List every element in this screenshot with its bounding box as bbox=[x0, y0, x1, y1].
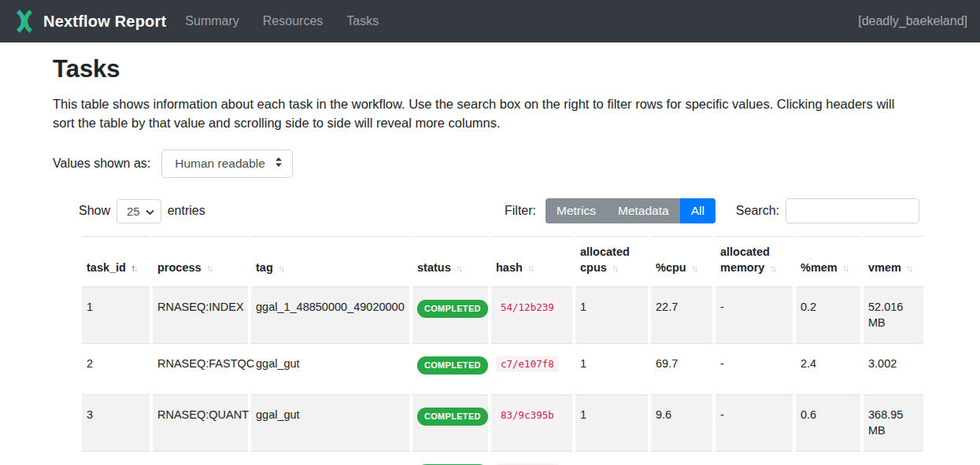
column-header-allocated-memory[interactable]: allocated memory↑↓ bbox=[714, 237, 794, 287]
search-label: Search: bbox=[736, 204, 779, 218]
cell-vmem: 571.58 MB bbox=[862, 452, 925, 465]
task-hash: 83/9c395b bbox=[496, 407, 559, 423]
cell-pct-mem: 0.6 bbox=[794, 395, 862, 452]
cell-allocated-memory: - bbox=[714, 395, 794, 452]
cell-pct-mem: 1.4 bbox=[794, 452, 862, 465]
column-header-vmem[interactable]: vmem↑↓ bbox=[862, 237, 925, 287]
navbar: Nextflow Report Summary Resources Tasks … bbox=[0, 0, 980, 42]
sort-icon: ↑↓ bbox=[131, 263, 136, 274]
run-name: [deadly_baekeland] bbox=[858, 14, 967, 28]
cell-pct-cpu: 42.8 bbox=[649, 452, 714, 465]
task-hash: c7/e107f8 bbox=[496, 356, 559, 372]
table-row: 2 RNASEQ:FASTQC ggal_gut COMPLETED c7/e1… bbox=[80, 344, 925, 395]
cell-task-id: 3 bbox=[80, 395, 151, 452]
page-description: This table shows information about each … bbox=[53, 94, 919, 132]
table-row: 3 RNASEQ:QUANT ggal_gut COMPLETED 83/9c3… bbox=[80, 395, 925, 452]
cell-allocated-cpus: 1 bbox=[574, 452, 649, 465]
navbar-brand[interactable]: Nextflow Report bbox=[13, 9, 166, 33]
sort-icon: ↑↓ bbox=[278, 263, 283, 274]
cell-tag: ggal_1_48850000_49020000 bbox=[250, 287, 411, 344]
values-shown-select[interactable]: Human readable bbox=[161, 149, 293, 178]
cell-tag: - bbox=[250, 452, 411, 465]
cell-process: RNASEQ:INDEX bbox=[151, 287, 250, 344]
column-header-task-id[interactable]: task_id↑↓ bbox=[80, 237, 151, 287]
cell-pct-mem: 2.4 bbox=[794, 344, 862, 395]
cell-vmem: 3.002 bbox=[862, 344, 925, 395]
cell-status: COMPLETED bbox=[411, 287, 490, 344]
page-length-value: 25 bbox=[127, 205, 140, 218]
cell-task-id: 1 bbox=[80, 287, 151, 344]
status-badge: COMPLETED bbox=[417, 408, 488, 426]
nav-links: Summary Resources Tasks bbox=[185, 14, 379, 28]
tasks-table-scroll-container[interactable]: task_id↑↓ process↑↓ tag↑↓ status↑↓ hash↑… bbox=[79, 236, 927, 465]
updown-caret-icon bbox=[275, 157, 283, 171]
page-title: Tasks bbox=[53, 55, 927, 83]
cell-pct-cpu: 69.7 bbox=[649, 344, 714, 395]
table-row: 1 RNASEQ:INDEX ggal_1_48850000_49020000 … bbox=[80, 287, 925, 344]
column-header-pct-cpu[interactable]: %cpu↑↓ bbox=[649, 237, 714, 287]
cell-pct-cpu: 22.7 bbox=[649, 287, 714, 344]
cell-tag: ggal_gut bbox=[250, 395, 411, 452]
values-shown-selected: Human readable bbox=[175, 157, 265, 171]
show-label: Show bbox=[79, 204, 110, 218]
cell-task-id: 4 bbox=[80, 452, 151, 465]
nav-link-tasks[interactable]: Tasks bbox=[346, 14, 379, 28]
cell-allocated-cpus: 1 bbox=[574, 344, 649, 395]
cell-status: COMPLETED bbox=[411, 452, 490, 465]
task-hash: 54/12b239 bbox=[496, 299, 559, 316]
cell-allocated-memory: - bbox=[714, 287, 794, 344]
status-badge: COMPLETED bbox=[417, 356, 488, 375]
sort-icon: ↑↓ bbox=[906, 263, 912, 274]
column-header-status[interactable]: status↑↓ bbox=[411, 237, 490, 287]
column-header-hash[interactable]: hash↑↓ bbox=[490, 237, 574, 287]
tasks-table: task_id↑↓ process↑↓ tag↑↓ status↑↓ hash↑… bbox=[79, 236, 926, 465]
column-header-tag[interactable]: tag↑↓ bbox=[250, 237, 411, 287]
sort-icon: ↑↓ bbox=[206, 263, 212, 274]
cell-hash: 94/c235e1 bbox=[490, 452, 574, 465]
filter-button-group: Metrics Metadata All bbox=[545, 198, 716, 223]
cell-hash: 83/9c395b bbox=[490, 395, 574, 452]
filter-all-button[interactable]: All bbox=[680, 198, 716, 223]
cell-task-id: 2 bbox=[80, 344, 151, 395]
column-header-allocated-cpus[interactable]: allocated cpus↑↓ bbox=[574, 237, 649, 287]
table-row: 4 MULTIQC - COMPLETED 94/c235e1 1 42.8 -… bbox=[80, 452, 925, 465]
search-input[interactable] bbox=[786, 198, 919, 223]
column-header-pct-mem[interactable]: %mem↑↓ bbox=[794, 237, 862, 287]
sort-icon: ↑↓ bbox=[691, 263, 697, 274]
sort-icon: ↑↓ bbox=[527, 263, 533, 274]
filter-metadata-button[interactable]: Metadata bbox=[607, 198, 680, 223]
nav-link-summary[interactable]: Summary bbox=[185, 14, 239, 28]
table-header-row: task_id↑↓ process↑↓ tag↑↓ status↑↓ hash↑… bbox=[80, 237, 925, 287]
cell-vmem: 52.016 MB bbox=[862, 287, 925, 344]
brand-title: Nextflow Report bbox=[43, 13, 166, 31]
nextflow-logo-icon bbox=[13, 9, 36, 33]
cell-allocated-memory: - bbox=[714, 452, 794, 465]
cell-vmem: 368.95 MB bbox=[862, 395, 925, 452]
sort-icon: ↑↓ bbox=[612, 263, 617, 274]
page-length-control: Show 25 entries bbox=[79, 199, 205, 223]
sort-icon: ↑↓ bbox=[842, 263, 848, 274]
filter-metrics-button[interactable]: Metrics bbox=[545, 198, 607, 223]
cell-pct-mem: 0.2 bbox=[794, 287, 862, 344]
cell-status: COMPLETED bbox=[411, 395, 490, 452]
cell-process: RNASEQ:FASTQC bbox=[151, 344, 250, 395]
page-length-select[interactable]: 25 bbox=[116, 199, 161, 223]
cell-hash: c7/e107f8 bbox=[490, 344, 574, 395]
cell-allocated-cpus: 1 bbox=[574, 287, 649, 344]
nav-link-resources[interactable]: Resources bbox=[263, 14, 323, 28]
status-badge: COMPLETED bbox=[417, 300, 488, 318]
cell-allocated-cpus: 1 bbox=[574, 395, 649, 452]
cell-process: MULTIQC bbox=[151, 452, 250, 465]
values-shown-label: Values shown as: bbox=[53, 157, 150, 171]
column-header-process[interactable]: process↑↓ bbox=[151, 237, 250, 287]
filter-label: Filter: bbox=[505, 204, 536, 218]
cell-hash: 54/12b239 bbox=[490, 287, 574, 344]
sort-icon: ↑↓ bbox=[456, 263, 461, 274]
cell-pct-cpu: 9.6 bbox=[649, 395, 714, 452]
sort-icon: ↑↓ bbox=[769, 263, 775, 274]
cell-tag: ggal_gut bbox=[250, 344, 411, 395]
cell-status: COMPLETED bbox=[411, 344, 490, 395]
chevron-down-icon bbox=[146, 205, 154, 218]
cell-allocated-memory: - bbox=[714, 344, 794, 395]
cell-process: RNASEQ:QUANT bbox=[151, 395, 250, 452]
